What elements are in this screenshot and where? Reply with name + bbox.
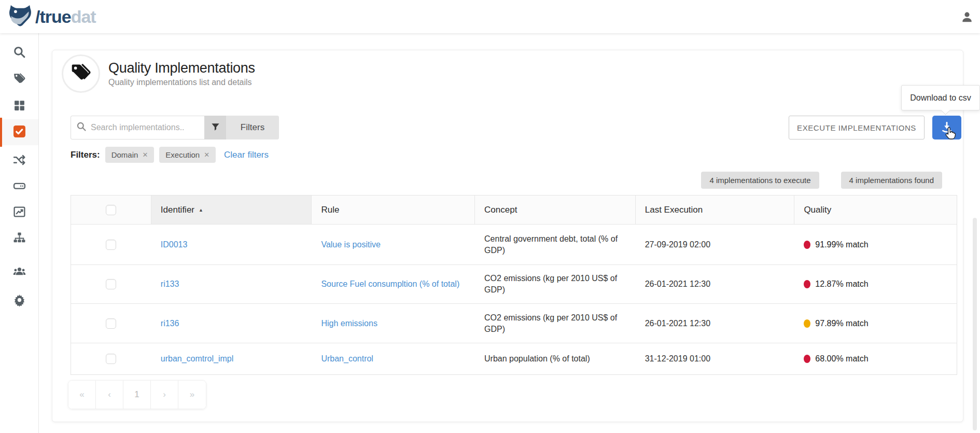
chart-line-icon: [13, 205, 26, 220]
search-input-icon: [76, 121, 87, 134]
rule-link[interactable]: Urban_control: [321, 354, 373, 364]
pagination: « ‹ 1 › »: [68, 380, 206, 409]
column-header-concept[interactable]: Concept: [475, 195, 636, 224]
sidebar-item-users[interactable]: [0, 259, 38, 285]
concept-text: Central government debt, total (% of GDP…: [484, 233, 618, 256]
sort-asc-icon: ▲: [199, 207, 203, 213]
logo-text: /truedat: [35, 7, 96, 27]
identifier-link[interactable]: ri133: [161, 280, 179, 289]
table-header-row: Identifier ▲ Rule Concept Last Execution…: [71, 195, 957, 224]
download-csv-button[interactable]: [932, 116, 961, 139]
pagination-next-button[interactable]: ›: [151, 381, 178, 409]
page-subtitle: Quality implementations list and details: [108, 78, 255, 87]
filter-chip-execution[interactable]: Execution ✕: [159, 147, 216, 163]
search-box: [71, 116, 204, 139]
column-header-last-execution[interactable]: Last Execution: [636, 195, 795, 224]
remove-filter-icon[interactable]: ✕: [204, 151, 209, 159]
pagination-last-button[interactable]: »: [178, 381, 206, 409]
app-window: /truedat: [0, 0, 980, 433]
page-title: Quality Implementations: [108, 60, 255, 76]
owl-logo-icon: [8, 5, 32, 29]
user-icon[interactable]: [960, 10, 974, 24]
column-header-label: Concept: [484, 205, 517, 215]
column-header-label: Last Execution: [645, 205, 703, 215]
search-group: Filters: [71, 116, 279, 139]
remove-filter-icon[interactable]: ✕: [142, 151, 148, 159]
quality-status-dot: [804, 280, 810, 288]
concept-text: CO2 emissions (kg per 2010 US$ of GDP): [484, 273, 618, 295]
quality-implementations-card: Quality Implementations Quality implemen…: [52, 50, 963, 422]
pagination-prev-button[interactable]: ‹: [96, 381, 123, 409]
concept-text: Urban population (% of total): [484, 353, 590, 365]
concept-text: CO2 emissions (kg per 2010 US$ of GDP): [484, 312, 618, 334]
tags-icon: [13, 72, 26, 87]
sidebar-item-hierarchy[interactable]: [0, 226, 38, 252]
table-row: ID0013 Value is positive Central governm…: [71, 224, 957, 264]
active-filters-row: Filters: Domain ✕ Execution ✕ Clear filt…: [71, 147, 269, 163]
column-header-quality[interactable]: Quality: [794, 195, 957, 224]
last-execution-text: 27-09-2019 02:00: [645, 240, 710, 249]
filters-label: Filters:: [71, 150, 100, 160]
table-row: ri133 Source Fuel consumpltion (% of tot…: [71, 264, 957, 303]
filter-chip-label: Domain: [111, 150, 138, 159]
download-icon: [940, 120, 954, 135]
column-header-label: Quality: [804, 205, 831, 215]
implementations-table: Identifier ▲ Rule Concept Last Execution…: [71, 195, 957, 375]
sidebar-item-data-sources[interactable]: [0, 174, 38, 200]
column-header-label: Identifier: [161, 205, 194, 215]
scrollbar-thumb[interactable]: [973, 218, 977, 430]
identifier-link[interactable]: ID0013: [161, 240, 188, 249]
sidebar-item-settings[interactable]: [0, 288, 38, 314]
sidebar-item-dashboards[interactable]: [0, 200, 38, 226]
download-tooltip: Download to csv: [901, 85, 980, 110]
summary-badges: 4 implementations to execute 4 implement…: [701, 172, 942, 189]
page-header-badge: [62, 54, 100, 93]
shuffle-icon: [13, 153, 26, 169]
row-checkbox[interactable]: [106, 318, 116, 329]
check-square-icon: [13, 125, 26, 140]
table-row: urban_comtrol_impl Urban_control Urban p…: [71, 343, 957, 374]
grid-icon: [13, 99, 26, 114]
rule-link[interactable]: Source Fuel consumpltion (% of total): [321, 280, 459, 289]
filter-chip-domain[interactable]: Domain ✕: [105, 147, 155, 163]
execute-implementations-button[interactable]: EXECUTE IMPLEMENTATIONS: [789, 116, 925, 139]
select-all-checkbox[interactable]: [106, 205, 116, 215]
rule-link[interactable]: High emissions: [321, 319, 377, 328]
sidebar-item-quality[interactable]: [0, 119, 38, 145]
table-row: ri136 High emissions CO2 emissions (kg p…: [71, 303, 957, 343]
quality-text: 91.99% match: [815, 240, 868, 249]
quality-status-dot: [804, 319, 810, 328]
gear-icon: [13, 294, 26, 309]
users-icon: [13, 265, 26, 280]
filter-funnel-button[interactable]: [204, 116, 226, 139]
sitemap-icon: [13, 231, 26, 246]
pagination-page-1-button[interactable]: 1: [123, 381, 151, 409]
search-input[interactable]: [91, 123, 199, 132]
filter-chip-label: Execution: [165, 150, 200, 159]
hard-drive-icon: [13, 179, 26, 194]
rule-link[interactable]: Value is positive: [321, 240, 380, 249]
row-checkbox[interactable]: [106, 279, 116, 289]
sidebar-item-search[interactable]: [0, 40, 38, 66]
quality-text: 68.00% match: [815, 354, 868, 364]
column-header-rule[interactable]: Rule: [312, 195, 475, 224]
tag-icon: [70, 62, 92, 86]
row-checkbox[interactable]: [106, 240, 116, 250]
last-execution-text: 26-01-2021 12:30: [645, 319, 710, 328]
sidebar-item-lineage[interactable]: [0, 148, 38, 174]
identifier-link[interactable]: urban_comtrol_impl: [161, 354, 234, 364]
sidebar-item-glossary[interactable]: [0, 66, 38, 92]
row-checkbox[interactable]: [106, 354, 116, 364]
quality-status-dot: [804, 355, 810, 363]
search-icon: [13, 46, 26, 61]
pagination-first-button[interactable]: «: [68, 381, 96, 409]
filters-button[interactable]: Filters: [226, 116, 279, 139]
sidebar-item-catalog[interactable]: [0, 93, 38, 119]
funnel-icon: [211, 122, 220, 134]
topbar: /truedat: [0, 0, 980, 33]
quality-status-dot: [804, 241, 810, 249]
column-header-identifier[interactable]: Identifier ▲: [151, 195, 312, 224]
truedat-logo[interactable]: /truedat: [8, 5, 96, 29]
clear-filters-link[interactable]: Clear filters: [224, 150, 269, 160]
identifier-link[interactable]: ri136: [161, 319, 179, 328]
